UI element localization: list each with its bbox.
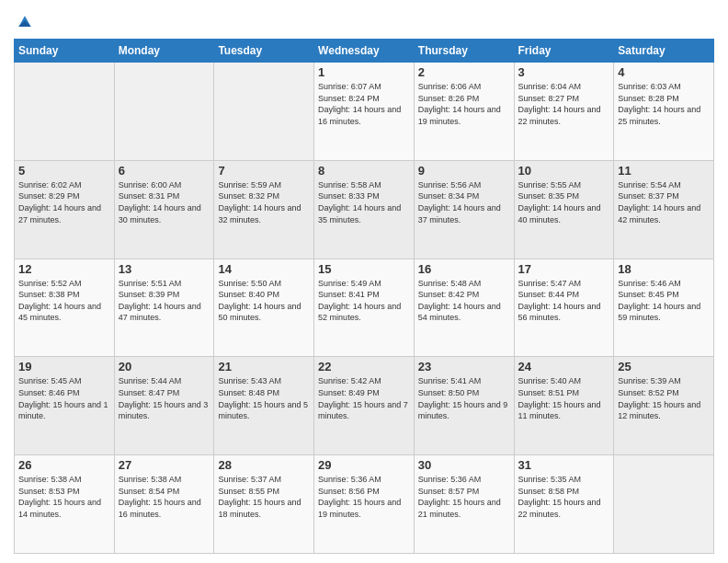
- calendar-cell: 30Sunrise: 5:36 AM Sunset: 8:57 PM Dayli…: [414, 455, 514, 554]
- calendar-cell: 27Sunrise: 5:38 AM Sunset: 8:54 PM Dayli…: [114, 455, 214, 554]
- calendar-cell: 15Sunrise: 5:49 AM Sunset: 8:41 PM Dayli…: [314, 259, 415, 357]
- page: SundayMondayTuesdayWednesdayThursdayFrid…: [0, 0, 728, 563]
- day-info: Sunrise: 5:44 AM Sunset: 8:47 PM Dayligh…: [119, 375, 210, 421]
- calendar-cell: 6Sunrise: 6:00 AM Sunset: 8:31 PM Daylig…: [114, 160, 214, 259]
- day-number: 20: [119, 360, 210, 373]
- day-info: Sunrise: 6:02 AM Sunset: 8:29 PM Dayligh…: [18, 179, 110, 225]
- day-number: 21: [218, 360, 310, 373]
- day-number: 3: [518, 65, 610, 79]
- day-info: Sunrise: 5:59 AM Sunset: 8:32 PM Dayligh…: [218, 179, 310, 225]
- calendar-cell: [214, 63, 314, 161]
- day-number: 7: [218, 164, 310, 178]
- calendar-cell: 26Sunrise: 5:38 AM Sunset: 8:53 PM Dayli…: [15, 455, 115, 554]
- day-info: Sunrise: 5:46 AM Sunset: 8:45 PM Dayligh…: [618, 278, 710, 324]
- calendar-cell: 4Sunrise: 6:03 AM Sunset: 8:28 PM Daylig…: [614, 63, 714, 161]
- calendar-cell: 5Sunrise: 6:02 AM Sunset: 8:29 PM Daylig…: [15, 160, 115, 259]
- calendar-cell: 19Sunrise: 5:45 AM Sunset: 8:46 PM Dayli…: [15, 357, 115, 455]
- calendar: SundayMondayTuesdayWednesdayThursdayFrid…: [14, 39, 714, 554]
- day-number: 11: [618, 164, 710, 178]
- calendar-header-sunday: Sunday: [15, 40, 115, 63]
- day-info: Sunrise: 5:40 AM Sunset: 8:51 PM Dayligh…: [518, 375, 610, 421]
- day-info: Sunrise: 5:38 AM Sunset: 8:53 PM Dayligh…: [18, 474, 110, 520]
- day-number: 2: [418, 65, 510, 79]
- day-info: Sunrise: 5:37 AM Sunset: 8:55 PM Dayligh…: [218, 474, 310, 520]
- calendar-cell: 12Sunrise: 5:52 AM Sunset: 8:38 PM Dayli…: [15, 259, 115, 357]
- day-number: 27: [119, 458, 210, 472]
- logo-icon: [16, 13, 34, 31]
- calendar-cell: 18Sunrise: 5:46 AM Sunset: 8:45 PM Dayli…: [614, 259, 714, 357]
- day-info: Sunrise: 6:00 AM Sunset: 8:31 PM Dayligh…: [119, 179, 210, 225]
- calendar-cell: 23Sunrise: 5:41 AM Sunset: 8:50 PM Dayli…: [414, 357, 514, 455]
- day-number: 1: [318, 65, 410, 79]
- day-info: Sunrise: 5:52 AM Sunset: 8:38 PM Dayligh…: [18, 278, 110, 324]
- calendar-cell: 22Sunrise: 5:42 AM Sunset: 8:49 PM Dayli…: [314, 357, 415, 455]
- calendar-cell: 11Sunrise: 5:54 AM Sunset: 8:37 PM Dayli…: [614, 160, 714, 259]
- calendar-week-2: 5Sunrise: 6:02 AM Sunset: 8:29 PM Daylig…: [15, 160, 714, 259]
- day-number: 24: [518, 360, 610, 373]
- day-info: Sunrise: 6:07 AM Sunset: 8:24 PM Dayligh…: [318, 81, 410, 127]
- calendar-header-wednesday: Wednesday: [314, 40, 415, 63]
- day-number: 30: [418, 458, 510, 472]
- day-info: Sunrise: 5:58 AM Sunset: 8:33 PM Dayligh…: [318, 179, 410, 225]
- day-info: Sunrise: 6:06 AM Sunset: 8:26 PM Dayligh…: [418, 81, 510, 127]
- calendar-cell: 28Sunrise: 5:37 AM Sunset: 8:55 PM Dayli…: [214, 455, 314, 554]
- calendar-week-1: 1Sunrise: 6:07 AM Sunset: 8:24 PM Daylig…: [15, 63, 714, 161]
- day-number: 10: [518, 164, 610, 178]
- day-number: 13: [119, 262, 210, 276]
- calendar-header-monday: Monday: [114, 40, 214, 63]
- day-info: Sunrise: 5:36 AM Sunset: 8:57 PM Dayligh…: [418, 474, 510, 520]
- day-info: Sunrise: 5:39 AM Sunset: 8:52 PM Dayligh…: [618, 375, 710, 421]
- day-info: Sunrise: 5:36 AM Sunset: 8:56 PM Dayligh…: [318, 474, 410, 520]
- header: [14, 9, 714, 31]
- day-info: Sunrise: 6:04 AM Sunset: 8:27 PM Dayligh…: [518, 81, 610, 127]
- day-number: 6: [119, 164, 210, 178]
- day-number: 17: [518, 262, 610, 276]
- calendar-cell: 16Sunrise: 5:48 AM Sunset: 8:42 PM Dayli…: [414, 259, 514, 357]
- day-number: 22: [318, 360, 410, 373]
- day-number: 9: [418, 164, 510, 178]
- calendar-header-saturday: Saturday: [614, 40, 714, 63]
- calendar-cell: 7Sunrise: 5:59 AM Sunset: 8:32 PM Daylig…: [214, 160, 314, 259]
- day-number: 25: [618, 360, 710, 373]
- calendar-cell: 20Sunrise: 5:44 AM Sunset: 8:47 PM Dayli…: [114, 357, 214, 455]
- day-number: 16: [418, 262, 510, 276]
- day-info: Sunrise: 5:51 AM Sunset: 8:39 PM Dayligh…: [119, 278, 210, 324]
- day-number: 8: [318, 164, 410, 178]
- day-info: Sunrise: 5:47 AM Sunset: 8:44 PM Dayligh…: [518, 278, 610, 324]
- day-info: Sunrise: 6:03 AM Sunset: 8:28 PM Dayligh…: [618, 81, 710, 127]
- day-number: 29: [318, 458, 410, 472]
- day-number: 5: [18, 164, 110, 178]
- calendar-header-thursday: Thursday: [414, 40, 514, 63]
- calendar-cell: 8Sunrise: 5:58 AM Sunset: 8:33 PM Daylig…: [314, 160, 415, 259]
- calendar-week-3: 12Sunrise: 5:52 AM Sunset: 8:38 PM Dayli…: [15, 259, 714, 357]
- calendar-cell: 1Sunrise: 6:07 AM Sunset: 8:24 PM Daylig…: [314, 63, 415, 161]
- calendar-header-row: SundayMondayTuesdayWednesdayThursdayFrid…: [15, 40, 714, 63]
- calendar-cell: 9Sunrise: 5:56 AM Sunset: 8:34 PM Daylig…: [414, 160, 514, 259]
- calendar-cell: 31Sunrise: 5:35 AM Sunset: 8:58 PM Dayli…: [514, 455, 614, 554]
- day-number: 31: [518, 458, 610, 472]
- day-number: 28: [218, 458, 310, 472]
- day-info: Sunrise: 5:55 AM Sunset: 8:35 PM Dayligh…: [518, 179, 610, 225]
- day-info: Sunrise: 5:56 AM Sunset: 8:34 PM Dayligh…: [418, 179, 510, 225]
- day-info: Sunrise: 5:38 AM Sunset: 8:54 PM Dayligh…: [119, 474, 210, 520]
- day-info: Sunrise: 5:54 AM Sunset: 8:37 PM Dayligh…: [618, 179, 710, 225]
- calendar-header-friday: Friday: [514, 40, 614, 63]
- calendar-week-4: 19Sunrise: 5:45 AM Sunset: 8:46 PM Dayli…: [15, 357, 714, 455]
- day-number: 4: [618, 65, 710, 79]
- calendar-header-tuesday: Tuesday: [214, 40, 314, 63]
- day-info: Sunrise: 5:42 AM Sunset: 8:49 PM Dayligh…: [318, 375, 410, 421]
- calendar-cell: 29Sunrise: 5:36 AM Sunset: 8:56 PM Dayli…: [314, 455, 415, 554]
- calendar-cell: [15, 63, 115, 161]
- calendar-cell: 14Sunrise: 5:50 AM Sunset: 8:40 PM Dayli…: [214, 259, 314, 357]
- calendar-cell: 25Sunrise: 5:39 AM Sunset: 8:52 PM Dayli…: [614, 357, 714, 455]
- day-number: 14: [218, 262, 310, 276]
- calendar-cell: 13Sunrise: 5:51 AM Sunset: 8:39 PM Dayli…: [114, 259, 214, 357]
- day-info: Sunrise: 5:49 AM Sunset: 8:41 PM Dayligh…: [318, 278, 410, 324]
- day-info: Sunrise: 5:41 AM Sunset: 8:50 PM Dayligh…: [418, 375, 510, 421]
- calendar-cell: 24Sunrise: 5:40 AM Sunset: 8:51 PM Dayli…: [514, 357, 614, 455]
- day-number: 19: [18, 360, 110, 373]
- calendar-cell: 10Sunrise: 5:55 AM Sunset: 8:35 PM Dayli…: [514, 160, 614, 259]
- day-number: 23: [418, 360, 510, 373]
- day-number: 18: [618, 262, 710, 276]
- calendar-week-5: 26Sunrise: 5:38 AM Sunset: 8:53 PM Dayli…: [15, 455, 714, 554]
